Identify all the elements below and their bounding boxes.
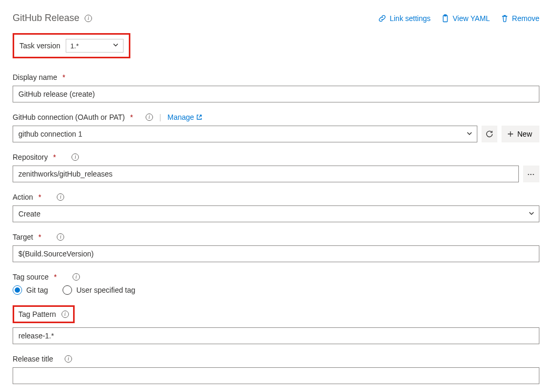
github-connection-value: github connection 1	[18, 130, 82, 138]
link-settings-link[interactable]: Link settings	[378, 14, 431, 23]
trash-icon	[500, 14, 509, 23]
info-icon[interactable]: i	[65, 355, 72, 363]
link-icon	[378, 14, 386, 23]
tag-pattern-label: Tag Pattern	[18, 310, 56, 318]
header: GitHub Release i Link settings View YAML…	[13, 13, 539, 24]
svg-rect-0	[443, 15, 447, 22]
task-version-highlight: Task version 1.*	[13, 33, 130, 58]
manage-link[interactable]: Manage	[168, 113, 203, 121]
refresh-icon	[485, 130, 494, 138]
action-value: Create	[18, 210, 40, 218]
task-version-row: Task version 1.*	[13, 33, 539, 58]
release-title-input[interactable]	[13, 367, 539, 384]
chevron-down-icon	[466, 130, 473, 138]
required-marker: *	[53, 153, 56, 161]
title-block: GitHub Release i	[13, 13, 92, 24]
external-link-icon	[196, 114, 202, 120]
separator: |	[157, 113, 163, 121]
remove-label: Remove	[512, 14, 539, 23]
info-icon[interactable]: i	[73, 273, 80, 281]
plus-icon	[507, 130, 514, 138]
link-settings-label: Link settings	[390, 14, 431, 23]
tag-source-label: Tag source	[13, 273, 48, 281]
refresh-button[interactable]	[482, 126, 497, 142]
release-title-field: Release title i	[13, 355, 539, 384]
target-input[interactable]	[13, 245, 539, 262]
required-marker: *	[130, 113, 132, 121]
action-select[interactable]: Create	[13, 205, 539, 222]
task-version-label: Task version	[19, 42, 60, 50]
chevron-down-icon	[113, 42, 119, 50]
display-name-field: Display name*	[13, 73, 539, 102]
repository-input[interactable]	[13, 166, 519, 182]
task-version-value: 1.*	[70, 42, 79, 50]
info-icon[interactable]: i	[62, 311, 69, 318]
tag-source-field: Tag source* i Git tag User specified tag	[13, 273, 539, 295]
manage-label: Manage	[168, 113, 195, 121]
required-marker: *	[38, 193, 41, 201]
chevron-down-icon	[528, 210, 535, 218]
required-marker: *	[38, 233, 41, 241]
github-connection-field: GitHub connection (OAuth or PAT)* i | Ma…	[13, 113, 539, 142]
remove-link[interactable]: Remove	[500, 14, 539, 23]
target-label: Target	[13, 233, 33, 241]
view-yaml-label: View YAML	[453, 14, 490, 23]
action-field: Action* i Create	[13, 193, 539, 222]
action-label: Action	[13, 193, 33, 201]
tag-pattern-field: Tag Pattern i	[13, 305, 539, 344]
radio-git-tag-label: Git tag	[26, 286, 48, 294]
header-links: Link settings View YAML Remove	[378, 14, 539, 23]
view-yaml-link[interactable]: View YAML	[441, 14, 490, 23]
github-connection-select[interactable]: github connection 1	[13, 126, 477, 142]
info-icon[interactable]: i	[57, 193, 64, 201]
new-connection-button[interactable]: New	[502, 126, 539, 142]
browse-repository-button[interactable]: ···	[523, 166, 539, 182]
radio-user-specified-tag[interactable]: User specified tag	[63, 285, 135, 295]
required-marker: *	[54, 273, 56, 281]
page-title: GitHub Release	[13, 13, 79, 24]
new-label: New	[517, 130, 532, 138]
info-icon[interactable]: i	[146, 114, 153, 121]
clipboard-icon	[441, 14, 449, 23]
info-icon[interactable]: i	[57, 233, 64, 241]
tag-pattern-highlight: Tag Pattern i	[13, 305, 75, 323]
display-name-input[interactable]	[13, 86, 539, 102]
display-name-label: Display name	[13, 73, 57, 81]
tag-source-radio-group: Git tag User specified tag	[13, 285, 539, 295]
release-title-label: Release title	[13, 355, 53, 363]
github-connection-label: GitHub connection (OAuth or PAT)	[13, 113, 125, 121]
repository-label: Repository	[13, 153, 48, 161]
repository-field: Repository* i ···	[13, 153, 539, 182]
required-marker: *	[63, 73, 65, 81]
ellipsis-icon: ···	[527, 170, 535, 178]
radio-user-specified-label: User specified tag	[76, 286, 135, 294]
task-version-select[interactable]: 1.*	[66, 39, 124, 53]
radio-circle-unchecked	[63, 285, 72, 295]
info-icon[interactable]: i	[85, 15, 92, 22]
radio-circle-checked	[13, 285, 22, 295]
info-icon[interactable]: i	[71, 153, 79, 161]
tag-pattern-input[interactable]	[13, 327, 539, 344]
target-field: Target* i	[13, 233, 539, 262]
radio-git-tag[interactable]: Git tag	[13, 285, 48, 295]
